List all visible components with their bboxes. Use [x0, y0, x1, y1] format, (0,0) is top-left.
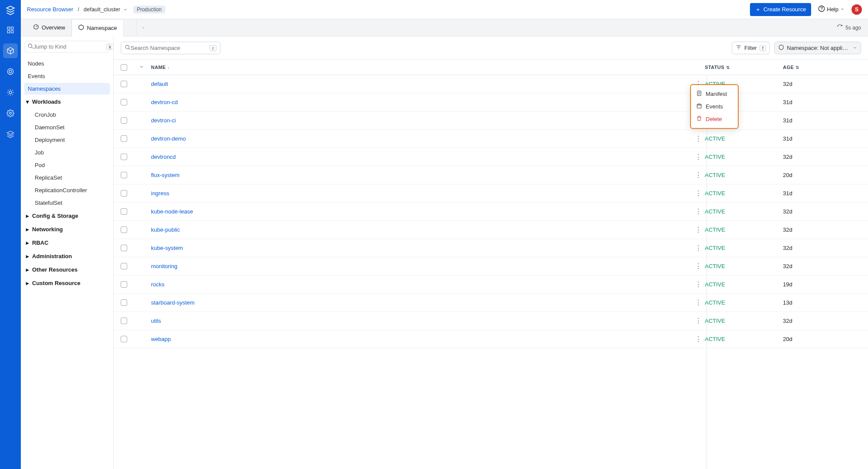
row-checkbox[interactable]: [121, 336, 127, 342]
namespace-link[interactable]: flux-system: [151, 172, 180, 178]
namespace-link[interactable]: default: [151, 81, 168, 87]
avatar[interactable]: S: [852, 4, 862, 15]
sidebar-group-workloads[interactable]: ▾Workloads: [24, 95, 110, 108]
row-checkbox[interactable]: [121, 154, 127, 160]
namespace-link[interactable]: kube-system: [151, 245, 183, 251]
row-checkbox[interactable]: [121, 299, 127, 306]
sidebar-item-namespaces[interactable]: Namespaces: [24, 83, 110, 95]
row-checkbox[interactable]: [121, 99, 127, 105]
rail-target-icon[interactable]: [3, 64, 18, 79]
status-value: ACTIVE: [705, 245, 783, 251]
help-button[interactable]: Help: [815, 3, 847, 15]
rail-layers-icon[interactable]: [3, 127, 18, 141]
row-actions-icon[interactable]: ⋮: [692, 281, 705, 288]
row-checkbox[interactable]: [121, 208, 127, 215]
row-checkbox[interactable]: [121, 81, 127, 87]
tab-overview[interactable]: Overview: [27, 19, 72, 36]
col-status[interactable]: STATUS⇅: [705, 65, 783, 70]
row-actions-icon[interactable]: ⋮: [692, 172, 705, 179]
namespace-link[interactable]: kube-node-lease: [151, 208, 193, 215]
namespace-search[interactable]: r: [121, 42, 220, 54]
col-name[interactable]: NAME↓: [151, 65, 692, 70]
refresh-status[interactable]: 5s ago: [830, 19, 868, 36]
sidebar-item-nodes[interactable]: Nodes: [24, 58, 110, 69]
sidebar-group-administration[interactable]: ▸Administration: [24, 250, 110, 262]
namespace-link[interactable]: rocks: [151, 281, 164, 288]
row-checkbox[interactable]: [121, 172, 127, 178]
namespace-link[interactable]: ingress: [151, 190, 169, 197]
sidebar-item-replicaset[interactable]: ReplicaSet: [24, 172, 110, 184]
rail-gear-icon[interactable]: [3, 106, 18, 121]
namespace-selector[interactable]: Namespace: Not applicable: [774, 42, 861, 54]
row-actions-icon[interactable]: ⋮: [692, 263, 705, 270]
filter-button[interactable]: Filter f: [732, 42, 770, 54]
expand-all-icon[interactable]: [139, 64, 151, 70]
namespace-link[interactable]: devtron-ci: [151, 117, 176, 124]
tab-chart-icon[interactable]: [124, 19, 137, 36]
row-checkbox[interactable]: [121, 245, 127, 251]
row-checkbox[interactable]: [121, 263, 127, 269]
svg-rect-15: [697, 104, 701, 108]
namespace-link[interactable]: webapp: [151, 336, 171, 342]
app-logo[interactable]: [4, 4, 16, 16]
svg-point-6: [9, 91, 12, 94]
namespace-link[interactable]: starboard-system: [151, 299, 194, 306]
namespace-search-input[interactable]: [131, 45, 210, 51]
caret-down-icon: ▾: [26, 98, 30, 105]
col-age[interactable]: AGE⇅: [783, 65, 861, 70]
namespace-link[interactable]: devtron-cd: [151, 99, 178, 105]
sidebar-group-custom-resource[interactable]: ▸Custom Resource: [24, 277, 110, 289]
row-actions-icon[interactable]: ⋮: [692, 299, 705, 306]
namespace-link[interactable]: devtroncd: [151, 154, 176, 160]
row-checkbox[interactable]: [121, 226, 127, 233]
select-all-checkbox[interactable]: [121, 64, 127, 71]
svg-rect-1: [11, 27, 13, 29]
sidebar-group-rbac[interactable]: ▸RBAC: [24, 236, 110, 249]
row-actions-icon[interactable]: ⋮: [692, 135, 705, 142]
sidebar-group-networking[interactable]: ▸Networking: [24, 223, 110, 236]
rail-apps-icon[interactable]: [3, 23, 18, 37]
create-resource-button[interactable]: ＋ Create Resource: [750, 3, 811, 16]
popover-manifest[interactable]: Manifest: [691, 88, 738, 100]
sidebar-item-events[interactable]: Events: [24, 70, 110, 82]
sidebar-item-deployment[interactable]: Deployment: [24, 134, 110, 146]
tab-terminal-icon[interactable]: [137, 19, 150, 36]
row-checkbox[interactable]: [121, 318, 127, 324]
popover-delete[interactable]: Delete: [691, 113, 738, 125]
breadcrumb-root[interactable]: Resource Browser: [27, 6, 73, 13]
rail-gear-sun-icon[interactable]: [3, 85, 18, 100]
namespace-link[interactable]: devtron-demo: [151, 135, 186, 142]
rail-cube-icon[interactable]: [3, 43, 18, 58]
row-actions-icon[interactable]: ⋮: [692, 318, 705, 325]
row-actions-icon[interactable]: ⋮: [692, 336, 705, 343]
row-checkbox[interactable]: [121, 117, 127, 124]
namespace-link[interactable]: monitoring: [151, 263, 178, 269]
jump-input[interactable]: [33, 43, 106, 50]
row-actions-icon[interactable]: ⋮: [692, 208, 705, 215]
row-checkbox[interactable]: [121, 281, 127, 288]
row-actions-icon[interactable]: ⋮: [692, 190, 705, 197]
row-checkbox[interactable]: [121, 135, 127, 142]
chevron-down-icon[interactable]: [122, 6, 129, 13]
sidebar-item-pod[interactable]: Pod: [24, 159, 110, 171]
row-actions-icon[interactable]: ⋮: [692, 245, 705, 252]
table-row: kube-node-lease⋮ACTIVE32d: [114, 203, 868, 221]
sidebar-group-other-resources[interactable]: ▸Other Resources: [24, 263, 110, 276]
popover-events[interactable]: Events: [691, 100, 738, 113]
namespace-link[interactable]: kube-public: [151, 226, 180, 233]
row-actions-icon[interactable]: ⋮: [692, 154, 705, 161]
row-checkbox[interactable]: [121, 190, 127, 197]
row-actions-icon[interactable]: ⋮: [692, 226, 705, 233]
sidebar-item-statefulset[interactable]: StatefulSet: [24, 197, 110, 209]
sidebar-item-job[interactable]: Job: [24, 147, 110, 158]
sidebar-item-replicationcontroller[interactable]: ReplicationController: [24, 184, 110, 196]
table-row: kube-public⋮ACTIVE32d: [114, 221, 868, 239]
sidebar-item-cronjob[interactable]: CronJob: [24, 109, 110, 121]
cluster-name[interactable]: default_cluster: [84, 6, 121, 13]
sidebar-group-config-storage[interactable]: ▸Config & Storage: [24, 210, 110, 222]
jump-to-kind[interactable]: k: [24, 41, 110, 52]
tab-namespace[interactable]: Namespace: [72, 19, 123, 36]
sidebar-item-daemonset[interactable]: DaemonSet: [24, 121, 110, 133]
namespace-link[interactable]: utils: [151, 318, 161, 324]
svg-point-13: [125, 45, 129, 49]
